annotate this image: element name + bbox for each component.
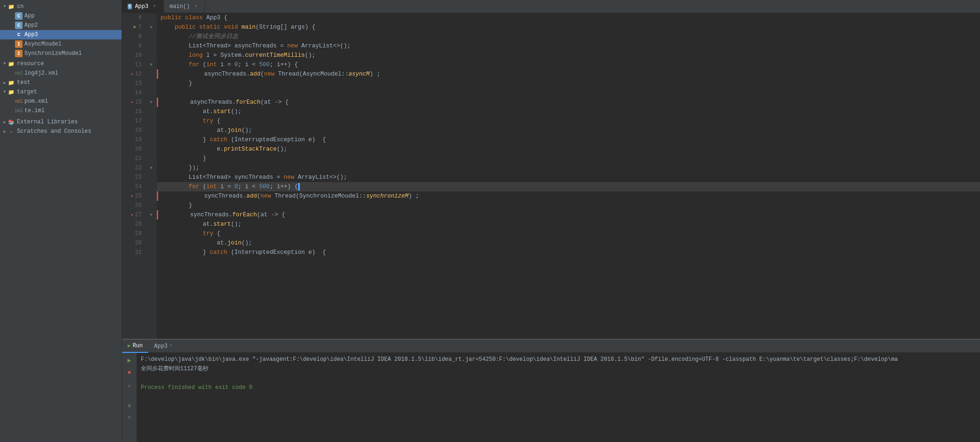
gc-28	[145, 220, 157, 229]
scroll-to-end-button[interactable]: ↙	[124, 379, 135, 390]
gc-19	[145, 135, 157, 145]
synchronizemoudel-label: SynchronizeMoudel	[24, 50, 82, 57]
tab-main[interactable]: main() ×	[164, 0, 205, 13]
gc-7[interactable]: ▼	[145, 23, 157, 32]
cn-arrow: ▼	[2, 4, 8, 9]
code-line-16[interactable]: at.start();	[157, 107, 980, 116]
sidebar-item-synchronizemoudel[interactable]: I SynchronizeMoudel	[0, 49, 122, 58]
close-panel-button[interactable]: ×	[124, 412, 135, 423]
ext-lib-arrow: ▶	[2, 119, 8, 125]
sidebar-item-app2[interactable]: C App2	[0, 21, 122, 30]
sidebar-item-pom[interactable]: xml pom.xml	[0, 97, 122, 106]
tab-app3-icon: C	[128, 4, 132, 9]
gc-11[interactable]: ▼	[145, 60, 157, 69]
target-label: target	[17, 89, 37, 95]
fold-27-icon: ▼	[148, 213, 154, 218]
code-line-22[interactable]: });	[157, 163, 980, 173]
fold-gutter: ▼ ▼ ▼ ▼ ▼	[145, 13, 157, 339]
cn-label: cn	[17, 3, 23, 10]
app2-class-icon: C	[15, 22, 23, 29]
tab-app3-close[interactable]: ×	[151, 3, 158, 10]
code-line-14[interactable]	[157, 88, 980, 98]
code-line-15[interactable]: asyncThreads.forEach(at -> {	[157, 98, 980, 107]
settings-button[interactable]: ⚙	[124, 400, 135, 411]
line-numbers: 6 ▶ 7 8 9 10 11 ● 12 13 14 ● 15	[122, 13, 145, 339]
editor-area: C App3 × main() × 6 ▶ 7 8 9 10 11	[122, 0, 980, 442]
sidebar: ▼ 📁 cn C App C App2 C App3 I AsyncMoudel…	[0, 0, 122, 442]
sidebar-item-asyncmoudel[interactable]: I AsyncMoudel	[0, 39, 122, 49]
code-line-13[interactable]: }	[157, 79, 980, 88]
console-line-empty	[141, 373, 976, 383]
ln-15: ● 15	[126, 98, 142, 107]
ln-27: ● 27	[126, 210, 142, 220]
code-line-10[interactable]: long l = System.currentTimeMillis();	[157, 51, 980, 60]
sidebar-item-target[interactable]: ▼ 📁 target	[0, 87, 122, 97]
sidebar-item-external-libraries[interactable]: ▶ 📚 External Libraries	[0, 117, 122, 127]
gc-18	[145, 126, 157, 135]
ln-9: 9	[126, 41, 142, 51]
gc-26	[145, 201, 157, 210]
run-icon-7: ▶	[134, 23, 137, 32]
code-line-25[interactable]: syncThreads.add(new Thread(SynchronizeMo…	[157, 191, 980, 201]
gc-27[interactable]: ▼	[145, 210, 157, 220]
bp-icon-12: ●	[131, 69, 133, 79]
sidebar-item-app[interactable]: C App	[0, 11, 122, 21]
tab-app3-label: App3	[135, 3, 148, 10]
code-line-18[interactable]: at.join();	[157, 126, 980, 135]
code-line-11[interactable]: for (int i = 0; i < 500; i++) {	[157, 60, 980, 69]
gc-15[interactable]: ▼	[145, 98, 157, 107]
code-line-9[interactable]: List<Thread> asyncThreads = new ArrayLis…	[157, 41, 980, 51]
code-line-28[interactable]: at.start();	[157, 220, 980, 229]
console-line-output1: 全同步花费时间11127毫秒	[141, 364, 976, 373]
console-line-cmd: F:\develop\java\jdk\bin\java.exe "-javaa…	[141, 355, 976, 364]
code-line-19[interactable]: } catch (InterruptedException e) {	[157, 135, 980, 145]
ln-20: 20	[126, 145, 142, 154]
code-line-17[interactable]: try {	[157, 116, 980, 126]
scratches-icon: ✏️	[8, 128, 15, 135]
code-line-31[interactable]: } catch (InterruptedException e) {	[157, 248, 980, 257]
gc-20	[145, 145, 157, 154]
code-line-23[interactable]: List<Thread> syncThreads = new ArrayList…	[157, 173, 980, 182]
code-line-20[interactable]: e.printStackTrace();	[157, 145, 980, 154]
sidebar-item-cn[interactable]: ▼ 📁 cn	[0, 2, 122, 11]
code-line-8[interactable]: //测试全同步日志	[157, 32, 980, 41]
code-line-29[interactable]: try {	[157, 229, 980, 238]
rerun-button[interactable]: ▶	[124, 355, 135, 366]
run-app3-tab[interactable]: App3 ×	[148, 340, 178, 353]
run-tab-header[interactable]: ▶ Run	[122, 340, 148, 353]
test-folder-icon: 📁	[8, 79, 15, 86]
run-app3-close[interactable]: ×	[169, 343, 172, 349]
sidebar-item-resource[interactable]: ▼ 📁 resource	[0, 59, 122, 69]
ln-16: 16	[126, 107, 142, 116]
code-line-7[interactable]: public static void main(String[] args) {	[157, 23, 980, 32]
ln-28: 28	[126, 220, 142, 229]
code-line-24[interactable]: for (int i = 0; i < 500; i++) {	[157, 182, 980, 191]
resource-label: resource	[17, 61, 44, 67]
code-line-30[interactable]: at.join();	[157, 238, 980, 248]
sidebar-item-test[interactable]: ▶ 📁 test	[0, 78, 122, 87]
gc-22[interactable]: ▼	[145, 163, 157, 173]
target-arrow: ▼	[2, 89, 8, 95]
spacer1	[125, 391, 134, 399]
bp-icon-25: ●	[131, 191, 133, 201]
gc-25	[145, 191, 157, 201]
test-label: test	[17, 79, 31, 86]
stop-button[interactable]: ■	[124, 367, 135, 378]
gc-8	[145, 32, 157, 41]
sidebar-item-te-iml[interactable]: iml te.iml	[0, 106, 122, 115]
bottom-content-area: ▶ ■ ↙ ⚙ × F:\develop\java\jdk\bin\java.e…	[122, 353, 980, 442]
code-line-12[interactable]: asyncThreads.add(new Thread(AsyncMoudel:…	[157, 69, 980, 79]
ln-12: ● 12	[126, 69, 142, 79]
tab-app3[interactable]: C App3 ×	[122, 0, 164, 13]
tab-main-close[interactable]: ×	[192, 3, 199, 10]
gc-13	[145, 79, 157, 88]
sidebar-item-app3[interactable]: C App3	[0, 30, 122, 39]
code-line-27[interactable]: syncThreads.forEach(at -> {	[157, 210, 980, 220]
sidebar-item-scratches[interactable]: ▶ ✏️ Scratches and Consoles	[0, 127, 122, 136]
code-line-21[interactable]: }	[157, 154, 980, 163]
code-line-6[interactable]: public class App3 {	[157, 13, 980, 23]
code-line-26[interactable]: }	[157, 201, 980, 210]
ln-6: 6	[126, 13, 142, 23]
editor-tabs: C App3 × main() ×	[122, 0, 980, 13]
sidebar-item-log4j2[interactable]: xml log4j2.xml	[0, 69, 122, 78]
